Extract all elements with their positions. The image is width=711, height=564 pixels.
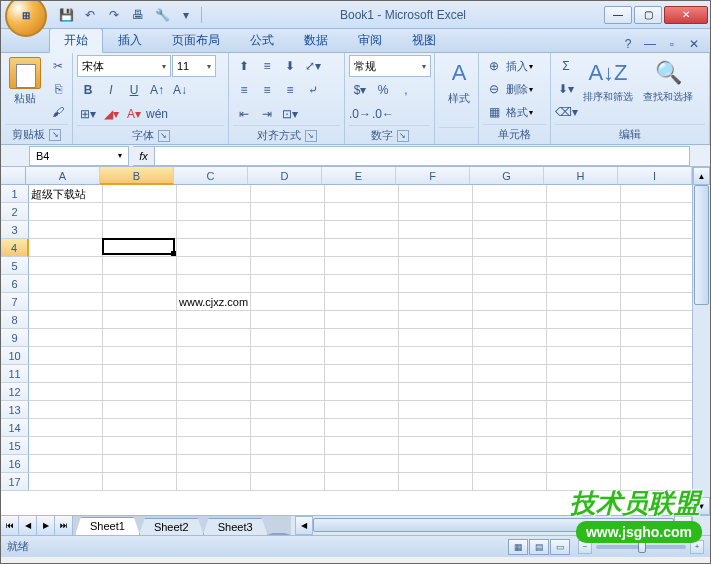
cell-B16[interactable] xyxy=(103,455,177,473)
cell-H15[interactable] xyxy=(547,437,621,455)
cell-C1[interactable] xyxy=(177,185,251,203)
cell-E11[interactable] xyxy=(325,365,399,383)
cell-I5[interactable] xyxy=(621,257,692,275)
cell-H7[interactable] xyxy=(547,293,621,311)
cell-F4[interactable] xyxy=(399,239,473,257)
wrap-text-button[interactable]: ⤶ xyxy=(302,79,324,101)
cell-C13[interactable] xyxy=(177,401,251,419)
cell-C9[interactable] xyxy=(177,329,251,347)
number-launcher[interactable]: ↘ xyxy=(397,130,409,142)
name-box[interactable]: B4▾ xyxy=(29,146,129,166)
delete-cells-button[interactable]: ⊖ xyxy=(483,78,505,100)
row-header-5[interactable]: 5 xyxy=(1,257,29,275)
decrease-font-button[interactable]: A↓ xyxy=(169,79,191,101)
cell-E7[interactable] xyxy=(325,293,399,311)
cell-B11[interactable] xyxy=(103,365,177,383)
cell-I9[interactable] xyxy=(621,329,692,347)
qat-redo[interactable]: ↷ xyxy=(105,6,123,24)
tab-page-layout[interactable]: 页面布局 xyxy=(157,28,235,52)
cell-E4[interactable] xyxy=(325,239,399,257)
cell-C16[interactable] xyxy=(177,455,251,473)
cell-E10[interactable] xyxy=(325,347,399,365)
cell-F3[interactable] xyxy=(399,221,473,239)
prev-sheet-button[interactable]: ◀ xyxy=(19,516,37,535)
cell-E9[interactable] xyxy=(325,329,399,347)
hscroll-thumb[interactable] xyxy=(313,518,674,532)
cell-I3[interactable] xyxy=(621,221,692,239)
col-header-H[interactable]: H xyxy=(544,167,618,185)
tab-review[interactable]: 审阅 xyxy=(343,28,397,52)
cell-G10[interactable] xyxy=(473,347,547,365)
cell-F8[interactable] xyxy=(399,311,473,329)
cell-A13[interactable] xyxy=(29,401,103,419)
row-header-12[interactable]: 12 xyxy=(1,383,29,401)
increase-indent-button[interactable]: ⇥ xyxy=(256,103,278,125)
align-right-button[interactable]: ≡ xyxy=(279,79,301,101)
cell-C11[interactable] xyxy=(177,365,251,383)
cell-G9[interactable] xyxy=(473,329,547,347)
cells-area[interactable]: 超级下载站www.cjxz.com xyxy=(29,185,692,515)
cell-F13[interactable] xyxy=(399,401,473,419)
cell-C15[interactable] xyxy=(177,437,251,455)
close-workbook-icon[interactable]: ✕ xyxy=(686,36,702,52)
cell-D5[interactable] xyxy=(251,257,325,275)
cell-H16[interactable] xyxy=(547,455,621,473)
cell-E17[interactable] xyxy=(325,473,399,491)
cell-B8[interactable] xyxy=(103,311,177,329)
cell-F9[interactable] xyxy=(399,329,473,347)
cell-C7[interactable]: www.cjxz.com xyxy=(177,293,251,311)
restore-window-icon[interactable]: ▫ xyxy=(664,36,680,52)
col-header-I[interactable]: I xyxy=(618,167,692,185)
cell-A2[interactable] xyxy=(29,203,103,221)
col-header-B[interactable]: B xyxy=(100,167,174,185)
decrease-decimal-button[interactable]: .0← xyxy=(372,103,394,125)
cell-A9[interactable] xyxy=(29,329,103,347)
cell-E1[interactable] xyxy=(325,185,399,203)
cell-H17[interactable] xyxy=(547,473,621,491)
cell-E12[interactable] xyxy=(325,383,399,401)
normal-view-button[interactable]: ▦ xyxy=(508,539,528,555)
bold-button[interactable]: B xyxy=(77,79,99,101)
col-header-E[interactable]: E xyxy=(322,167,396,185)
next-sheet-button[interactable]: ▶ xyxy=(37,516,55,535)
cell-D17[interactable] xyxy=(251,473,325,491)
cell-I2[interactable] xyxy=(621,203,692,221)
font-size-combo[interactable]: 11▾ xyxy=(172,55,216,77)
paste-button[interactable]: 粘贴 xyxy=(5,55,45,108)
cell-C6[interactable] xyxy=(177,275,251,293)
row-header-13[interactable]: 13 xyxy=(1,401,29,419)
cell-I17[interactable] xyxy=(621,473,692,491)
font-name-combo[interactable]: 宋体▾ xyxy=(77,55,171,77)
help-icon[interactable]: ? xyxy=(620,36,636,52)
cell-D12[interactable] xyxy=(251,383,325,401)
cell-G5[interactable] xyxy=(473,257,547,275)
cell-B14[interactable] xyxy=(103,419,177,437)
decrease-indent-button[interactable]: ⇤ xyxy=(233,103,255,125)
cell-B12[interactable] xyxy=(103,383,177,401)
cell-B4[interactable] xyxy=(103,239,177,257)
tab-data[interactable]: 数据 xyxy=(289,28,343,52)
cell-D6[interactable] xyxy=(251,275,325,293)
cell-E13[interactable] xyxy=(325,401,399,419)
col-header-G[interactable]: G xyxy=(470,167,544,185)
phonetic-button[interactable]: wén xyxy=(146,103,168,125)
cell-B17[interactable] xyxy=(103,473,177,491)
format-painter-button[interactable]: 🖌 xyxy=(47,101,69,123)
minimize-ribbon-icon[interactable]: — xyxy=(642,36,658,52)
cell-D1[interactable] xyxy=(251,185,325,203)
cell-D2[interactable] xyxy=(251,203,325,221)
scroll-up-button[interactable]: ▲ xyxy=(693,167,710,185)
cell-E2[interactable] xyxy=(325,203,399,221)
col-header-F[interactable]: F xyxy=(396,167,470,185)
cell-F10[interactable] xyxy=(399,347,473,365)
percent-button[interactable]: % xyxy=(372,79,394,101)
cell-C10[interactable] xyxy=(177,347,251,365)
cell-I10[interactable] xyxy=(621,347,692,365)
cell-E14[interactable] xyxy=(325,419,399,437)
cell-E8[interactable] xyxy=(325,311,399,329)
cell-E15[interactable] xyxy=(325,437,399,455)
increase-decimal-button[interactable]: .0→ xyxy=(349,103,371,125)
cell-F16[interactable] xyxy=(399,455,473,473)
cell-A8[interactable] xyxy=(29,311,103,329)
cell-H8[interactable] xyxy=(547,311,621,329)
